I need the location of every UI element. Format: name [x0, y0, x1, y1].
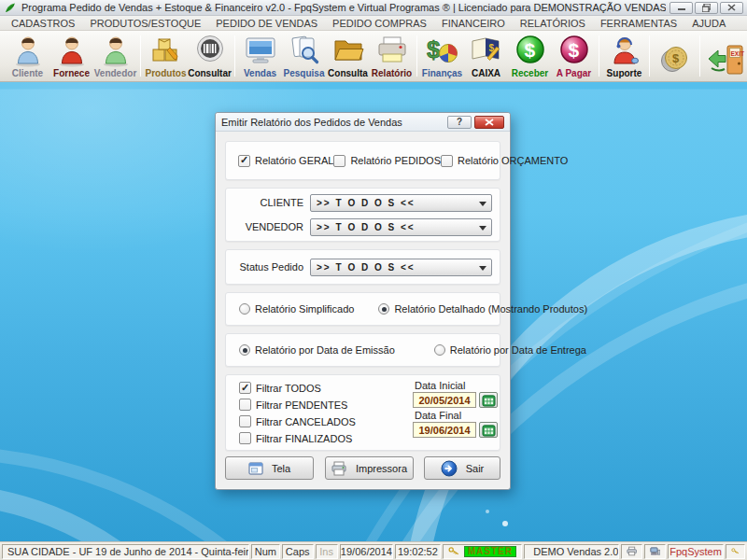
menu-item-pedido-compras[interactable]: PEDIDO COMPRAS [325, 18, 434, 29]
sair-button[interactable]: Sair [424, 456, 500, 480]
menu-item-relatorios[interactable]: RELATÓRIOS [513, 18, 593, 29]
menu-item-produtos-estoque[interactable]: PRODUTOS/ESTOQUE [82, 18, 208, 29]
checkbox-filtrar-finalizados[interactable]: Filtrar FINALIZADOS [239, 432, 356, 444]
checkbox-box [333, 155, 345, 167]
receive-money-icon: $ [514, 34, 547, 67]
radio-data-emissao[interactable]: Relatório por Data de Emissão [239, 344, 395, 356]
checkbox-filtrar-todos[interactable]: Filtrar TODOS [239, 382, 356, 394]
printer-icon [627, 546, 637, 556]
menu-item-pedido-de-vendas[interactable]: PEDIDO DE VENDAS [208, 18, 325, 29]
keys-icon [731, 546, 740, 556]
toolbar-button-coin[interactable]: $ [653, 32, 697, 80]
detail-level-group: Relatório Simplificado Relatório Detalha… [225, 292, 500, 326]
status-keys[interactable] [726, 544, 745, 559]
checkbox-box [239, 415, 251, 427]
data-final-calendar-button[interactable] [479, 422, 498, 438]
toolbar-button-fornece[interactable]: Fornece [49, 32, 93, 80]
chevron-down-icon [479, 266, 486, 271]
toolbar-button-suporte[interactable]: Suporte [602, 32, 646, 80]
report-printer-icon [375, 34, 409, 67]
minimize-button[interactable] [669, 2, 693, 14]
toolbar-button-pesquisa[interactable]: Pesquisa [282, 32, 326, 80]
menu-item-ferramentas[interactable]: FERRAMENTAS [593, 18, 684, 29]
status-app: DEMO Vendas 2.0 [524, 544, 619, 559]
window-titlebar: Programa Pedido de Vendas + Estoque & Fi… [0, 0, 747, 16]
vendedor-select[interactable]: >> T O D O S << [310, 218, 492, 236]
close-window-button[interactable] [720, 2, 743, 14]
barcode-search-icon [193, 34, 227, 67]
toolbar-button-consulta[interactable]: Consulta [326, 32, 370, 80]
status-network[interactable] [644, 544, 666, 559]
wallpaper-dot [502, 521, 508, 526]
toolbar-button-cliente[interactable]: Cliente [6, 32, 49, 80]
radio-data-entrega[interactable]: Relatório por Data de Entrega [434, 344, 586, 356]
radio-circle [378, 303, 389, 315]
checkbox-relatorio-orcamento[interactable]: Relatório ORÇAMENTO [441, 155, 568, 167]
data-final-field[interactable]: 19/06/2014 [413, 422, 476, 438]
dialog-help-button[interactable]: ? [447, 116, 472, 129]
app-icon [4, 1, 17, 14]
date-basis-group: Relatório por Data de Emissão Relatório … [225, 333, 500, 367]
status-filters-dates-group: Filtrar TODOS Filtrar PENDENTES Filtrar … [225, 374, 500, 451]
checkbox-relatorio-geral[interactable]: Relatório GERAL [238, 155, 333, 167]
desktop-background: Emitir Relatório dos Pedidos de Vendas ?… [0, 82, 747, 541]
printer-icon [331, 461, 347, 476]
checkbox-box [239, 399, 251, 411]
data-inicial-field[interactable]: 20/05/2014 [413, 392, 476, 408]
report-dialog: Emitir Relatório dos Pedidos de Vendas ?… [215, 112, 511, 490]
data-final-label: Data Final [415, 410, 499, 421]
data-inicial-calendar-button[interactable] [479, 392, 498, 408]
dialog-title: Emitir Relatório dos Pedidos de Vendas [221, 117, 447, 128]
dialog-close-button[interactable] [474, 116, 504, 129]
tela-button[interactable]: Tela [225, 456, 314, 480]
toolbar-button-vendas[interactable]: Vendas [238, 32, 282, 80]
toolbar-separator [140, 35, 141, 77]
status-location: SUA CIDADE - UF 19 de Junho de 2014 - Qu… [2, 544, 249, 559]
toolbar-button-exit[interactable]: EXIT [703, 32, 747, 80]
menu-item-cadastros[interactable]: CADASTROS [4, 18, 82, 29]
toolbar-separator [649, 35, 650, 77]
checkbox-filtrar-cancelados[interactable]: Filtrar CANCELADOS [239, 415, 356, 427]
toolbar-button-receber[interactable]: $ Receber [508, 32, 552, 80]
toolbar-separator [599, 35, 599, 77]
toolbar-button-financas[interactable]: $ Finanças [420, 32, 464, 80]
radio-relatorio-simplificado[interactable]: Relatório Simplificado [239, 303, 354, 315]
status-caps: Caps [282, 544, 314, 559]
toolbar-button-vendedor[interactable]: Vendedor [93, 32, 137, 80]
report-type-group: Relatório GERAL Relatório PEDIDOS Relató… [225, 141, 500, 180]
radio-circle [239, 344, 250, 356]
menu-item-financeiro[interactable]: FINANCEIRO [434, 18, 513, 29]
checkbox-box [239, 432, 251, 444]
data-inicial-label: Data Inicial [415, 380, 499, 391]
chevron-down-icon [479, 226, 486, 231]
folder-icon [331, 34, 365, 67]
status-user-badge: MASTER [464, 546, 517, 557]
restore-button[interactable] [695, 2, 718, 14]
impressora-button[interactable]: Impressora [325, 456, 414, 480]
dialog-actions: Tela Impressora Sair [225, 456, 500, 480]
finance-money-pie-icon: $ [426, 34, 459, 67]
checkbox-relatorio-pedidos[interactable]: Relatório PEDIDOS [333, 155, 441, 167]
status-pedido-select[interactable]: >> T O D O S << [310, 259, 492, 276]
toolbar-button-relatorio[interactable]: Relatório [370, 32, 414, 80]
wallpaper-arc [0, 483, 261, 541]
toolbar-button-consultar[interactable]: Consultar [188, 32, 232, 80]
toolbar-button-caixa[interactable]: $ CAIXA [464, 32, 508, 80]
toolbar-button-produtos[interactable]: Produtos [144, 32, 188, 80]
cliente-select[interactable]: >> T O D O S << [310, 194, 492, 212]
toolbar-button-a-pagar[interactable]: $ A Pagar [552, 32, 596, 80]
radio-relatorio-detalhado[interactable]: Relatório Detalhado (Mostrando Produtos) [378, 303, 587, 315]
status-printer[interactable] [621, 544, 642, 559]
status-user: MASTER [443, 544, 523, 559]
svg-text:$: $ [672, 51, 680, 65]
keys-icon [448, 546, 460, 556]
menu-item-ajuda[interactable]: AJUDA [684, 18, 733, 29]
svg-text:$: $ [524, 39, 535, 61]
status-pedido-label: Status Pedido [233, 261, 303, 273]
screen-preview-icon [248, 462, 263, 475]
products-boxes-icon [149, 34, 183, 67]
client-person-icon [12, 34, 44, 67]
exit-door-icon: EXIT [705, 42, 746, 77]
checkbox-filtrar-pendentes[interactable]: Filtrar PENDENTES [239, 399, 356, 411]
chevron-down-icon [479, 202, 486, 206]
